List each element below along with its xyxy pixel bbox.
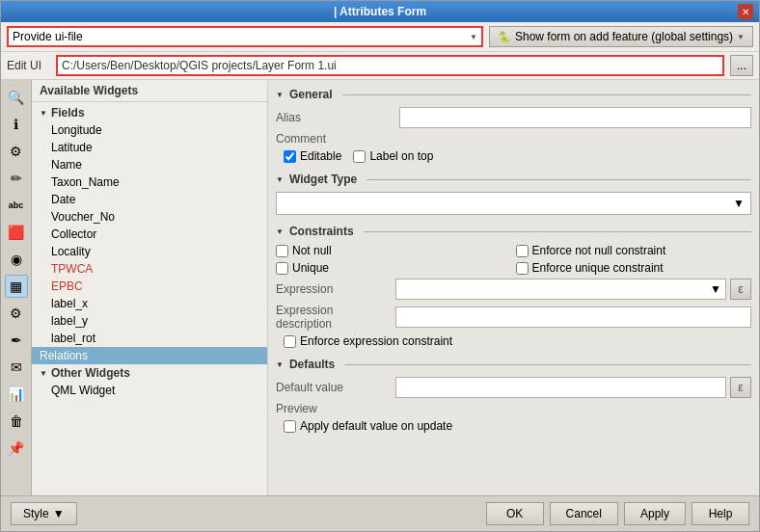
label-on-top-checkbox[interactable] <box>353 150 366 163</box>
available-widgets-title: Available Widgets <box>32 80 267 102</box>
list-item[interactable]: Longitude <box>32 121 267 139</box>
list-item[interactable]: Taxon_Name <box>32 173 267 191</box>
sidebar-info-icon[interactable]: ℹ <box>5 113 28 136</box>
style-label: Style <box>23 507 49 520</box>
browse-button[interactable]: ... <box>730 55 753 76</box>
constraints-arrow-icon: ▼ <box>276 227 284 236</box>
list-item[interactable]: Voucher_No <box>32 208 267 226</box>
constraints-title: Constraints <box>289 225 354 238</box>
sidebar-chart-icon[interactable]: 📊 <box>5 383 28 406</box>
help-button[interactable]: Help <box>692 502 749 525</box>
sidebar-shape-icon[interactable]: ◉ <box>5 248 28 271</box>
cancel-button[interactable]: Cancel <box>550 502 618 525</box>
list-item[interactable]: Name <box>32 156 267 173</box>
list-item[interactable]: Locality <box>32 243 267 260</box>
alias-row: Alias <box>276 107 751 128</box>
unique-item: Unique <box>276 261 512 275</box>
style-arrow-icon: ▼ <box>53 507 65 520</box>
main-window: | Attributes Form ✕ Provide ui-file ▼ 🐍 … <box>0 0 760 532</box>
widget-type-arrow-icon: ▼ <box>276 175 284 184</box>
show-form-label: Show form on add feature (global setting… <box>515 30 733 43</box>
label-on-top-label: Label on top <box>369 149 433 163</box>
sidebar-pen-icon[interactable]: ✒ <box>5 329 28 352</box>
apply-default-row: Apply default value on update <box>276 419 751 433</box>
list-item[interactable]: Date <box>32 191 267 208</box>
expression-arrow-icon: ▼ <box>710 282 721 296</box>
widget-type-arrow-icon: ▼ <box>733 197 745 210</box>
enforce-expr-label: Enforce expression constraint <box>300 334 452 348</box>
relations-label: Relations <box>40 349 88 362</box>
widget-type-section: ▼ Widget Type ▼ <box>276 173 751 215</box>
list-item[interactable]: Collector <box>32 226 267 243</box>
default-value-input[interactable] <box>395 377 726 398</box>
relations-item[interactable]: Relations <box>32 347 267 364</box>
expression-input[interactable]: ▼ <box>395 279 726 300</box>
list-item[interactable]: Latitude <box>32 139 267 156</box>
defaults-arrow-icon: ▼ <box>276 360 284 369</box>
defaults-section: ▼ Defaults Default value ε Preview <box>276 358 751 433</box>
right-panel: ▼ General Alias Comment Editable <box>268 80 759 495</box>
show-form-button[interactable]: 🐍 Show form on add feature (global setti… <box>489 26 753 47</box>
default-value-edit-button[interactable]: ε <box>730 377 751 398</box>
fields-label: Fields <box>51 106 85 120</box>
sidebar-abc-icon[interactable]: abc <box>5 194 28 217</box>
sidebar-pin-icon[interactable]: 📌 <box>5 437 28 460</box>
tree-view: ▼ Fields Longitude Latitude Name Taxon_N… <box>32 102 267 495</box>
sidebar-search-icon[interactable]: 🔍 <box>5 86 28 109</box>
list-item[interactable]: QML Widget <box>32 382 267 399</box>
sidebar-gear-icon[interactable]: ⚙ <box>5 302 28 325</box>
other-widgets-label: Other Widgets <box>51 366 130 380</box>
ok-button[interactable]: OK <box>486 502 544 525</box>
widget-type-section-header: ▼ Widget Type <box>276 173 751 186</box>
expression-desc-row: Expression description <box>276 304 751 331</box>
edit-ui-row: Edit UI ... <box>1 52 759 80</box>
edit-ui-input[interactable] <box>56 55 724 76</box>
ui-mode-value: Provide ui-file <box>13 30 83 43</box>
list-item[interactable]: EPBC <box>32 278 267 295</box>
sidebar-edit-icon[interactable]: ✏ <box>5 167 28 190</box>
general-section: ▼ General Alias Comment Editable <box>276 88 751 163</box>
sidebar-color-icon[interactable]: 🟥 <box>5 221 28 244</box>
enforce-unique-checkbox[interactable] <box>516 262 529 275</box>
enforce-not-null-label: Enforce not null constraint <box>532 244 666 257</box>
python-icon: 🐍 <box>498 31 511 43</box>
alias-input[interactable] <box>399 107 751 128</box>
list-item[interactable]: label_rot <box>32 330 267 347</box>
close-button[interactable]: ✕ <box>738 4 753 19</box>
label-on-top-checkbox-item: Label on top <box>353 149 433 163</box>
title-bar: | Attributes Form ✕ <box>1 1 759 22</box>
widget-type-combo[interactable]: ▼ <box>276 192 751 215</box>
widget-type-title: Widget Type <box>289 173 357 186</box>
enforce-expr-checkbox[interactable] <box>284 335 296 348</box>
expression-row: Expression ▼ ε <box>276 279 751 300</box>
unique-checkbox[interactable] <box>276 262 288 275</box>
preview-label: Preview <box>276 402 392 415</box>
apply-default-item: Apply default value on update <box>284 419 452 433</box>
general-section-header: ▼ General <box>276 88 751 101</box>
general-arrow-icon: ▼ <box>276 91 284 99</box>
left-panel: Available Widgets ▼ Fields Longitude Lat… <box>32 80 268 495</box>
sidebar-delete-icon[interactable]: 🗑 <box>5 410 28 433</box>
fields-arrow-icon: ▼ <box>40 109 47 118</box>
other-widgets-group-header[interactable]: ▼ Other Widgets <box>32 364 267 382</box>
sidebar-mail-icon[interactable]: ✉ <box>5 356 28 379</box>
enforce-not-null-checkbox[interactable] <box>516 245 529 257</box>
sidebar-tool-icon[interactable]: ⚙ <box>5 140 28 163</box>
expression-desc-input[interactable] <box>395 306 751 328</box>
expression-edit-button[interactable]: ε <box>730 279 751 300</box>
list-item[interactable]: label_x <box>32 295 267 312</box>
style-button[interactable]: Style ▼ <box>11 502 77 525</box>
editable-checkbox[interactable] <box>284 150 296 163</box>
other-widgets-arrow-icon: ▼ <box>40 369 47 378</box>
apply-default-checkbox[interactable] <box>284 420 296 433</box>
list-item[interactable]: label_y <box>32 312 267 330</box>
fields-group-header[interactable]: ▼ Fields <box>32 104 267 121</box>
left-sidebar: 🔍 ℹ ⚙ ✏ abc 🟥 ◉ ▦ ⚙ ✒ ✉ 📊 🗑 📌 <box>1 80 32 495</box>
apply-button[interactable]: Apply <box>624 502 686 525</box>
ui-mode-combo[interactable]: Provide ui-file ▼ <box>7 26 483 47</box>
unique-label: Unique <box>292 261 329 275</box>
defaults-section-header: ▼ Defaults <box>276 358 751 371</box>
not-null-checkbox[interactable] <box>276 245 288 257</box>
list-item[interactable]: TPWCA <box>32 260 267 278</box>
sidebar-active-icon[interactable]: ▦ <box>5 275 28 298</box>
